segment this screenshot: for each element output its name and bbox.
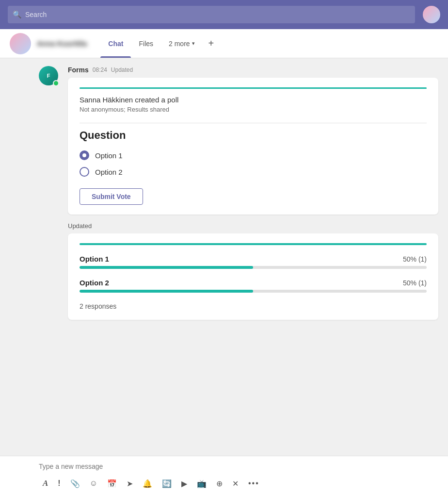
progress-track-2 (80, 290, 427, 293)
result-option-1-label: Option 1 (80, 255, 109, 263)
message-input[interactable] (39, 463, 438, 470)
conversation-name: Anna Kuurttila (37, 39, 87, 48)
video-button[interactable]: 📺 (193, 476, 210, 491)
message-input-row (0, 456, 448, 474)
ellipsis-icon: ••• (248, 479, 259, 488)
forms-bot-avatar: F (39, 66, 58, 85)
header-tabs-row: Anna Kuurttila Chat Files 2 more ▾ + (0, 29, 448, 58)
option-1-label: Option 1 (95, 151, 123, 160)
play-button[interactable]: ▶ (177, 476, 191, 491)
calendar-icon: 📅 (107, 479, 117, 488)
tab-chat[interactable]: Chat (100, 29, 131, 58)
refresh-button[interactable]: 🔄 (158, 476, 176, 491)
results-card: Option 1 50% (1) Option 2 50% (1) (68, 233, 438, 320)
responses-count: 2 responses (80, 302, 427, 310)
result-option-2-pct: 50% (1) (403, 279, 427, 287)
option-row-2[interactable]: Option 2 (80, 167, 427, 177)
add-tab-button[interactable]: + (203, 29, 220, 58)
search-input[interactable] (8, 6, 415, 23)
progress-fill-1 (80, 266, 253, 269)
toolbar-row: A ! 📎 ☺ 📅 ➤ 🔔 🔄 ▶ 📺 ⊕ (0, 474, 448, 496)
loop-icon: 🔔 (143, 479, 152, 488)
emoji-button[interactable]: ☺ (86, 476, 101, 491)
radio-option-1[interactable] (80, 150, 89, 160)
header-avatar (423, 6, 440, 23)
emoji-icon: ☺ (90, 479, 97, 488)
tab-more[interactable]: 2 more ▾ (161, 29, 203, 58)
app-name-label: Forms (68, 66, 89, 74)
online-badge (53, 80, 59, 86)
message-input-area: A ! 📎 ☺ 📅 ➤ 🔔 🔄 ▶ 📺 ⊕ (0, 456, 448, 496)
poll-settings-text: Not anonymous; Results shared (80, 106, 427, 113)
more-options-button[interactable]: ••• (244, 476, 263, 491)
poll-creator-text: Sanna Häkkinen created a poll (80, 96, 427, 104)
tabs-container: Chat Files 2 more ▾ + (100, 29, 220, 58)
screen-share-icon: ⊕ (216, 479, 223, 488)
result-option-2-label: Option 2 (80, 279, 109, 287)
video-icon: 📺 (197, 479, 207, 488)
chevron-down-icon: ▾ (192, 40, 195, 47)
close-icon: ✕ (232, 479, 239, 488)
result-row-1: Option 1 50% (1) (80, 255, 427, 269)
important-button[interactable]: ! (54, 476, 64, 491)
card-top-border (80, 87, 427, 89)
progress-fill-2 (80, 290, 253, 293)
conversation-avatar (10, 33, 31, 54)
loop-button[interactable]: 🔔 (139, 476, 156, 491)
results-section: Updated Option 1 50% (1) Option 2 (68, 222, 438, 320)
result-option-1-pct: 50% (1) (403, 255, 427, 263)
close-button[interactable]: ✕ (228, 476, 242, 491)
forms-avatar-wrapper: F (39, 66, 58, 85)
search-bar: 🔍 (0, 0, 448, 29)
updated-label: Updated (68, 222, 438, 230)
send-button[interactable]: ➤ (123, 476, 137, 491)
divider (80, 123, 427, 123)
message-time: 08:24 (93, 66, 107, 73)
poll-question: Question (80, 129, 427, 142)
radio-option-2[interactable] (80, 167, 89, 177)
play-icon: ▶ (181, 479, 187, 488)
format-text-button[interactable]: A (39, 476, 52, 491)
results-top-bar (80, 243, 427, 245)
search-icon: 🔍 (13, 10, 22, 19)
paperclip-icon: 📎 (70, 479, 80, 488)
option-row-1[interactable]: Option 1 (80, 150, 427, 160)
option-2-label: Option 2 (95, 168, 123, 176)
progress-track-1 (80, 266, 427, 269)
message-updated: Updated (111, 66, 133, 73)
send-icon: ➤ (127, 479, 133, 488)
result-row-2: Option 2 50% (1) (80, 279, 427, 293)
tab-files[interactable]: Files (131, 29, 161, 58)
attach-button[interactable]: 📎 (66, 476, 84, 491)
refresh-icon: 🔄 (162, 479, 172, 488)
message-meta-row: Forms 08:24 Updated (68, 66, 438, 74)
poll-message-section: F Forms 08:24 Updated Sanna Häkkinen cre… (39, 66, 438, 320)
poll-card: Sanna Häkkinen created a poll Not anonym… (68, 78, 438, 215)
submit-vote-button[interactable]: Submit Vote (80, 188, 143, 205)
main-content: F Forms 08:24 Updated Sanna Häkkinen cre… (0, 58, 448, 443)
screen-share-button[interactable]: ⊕ (212, 476, 226, 491)
schedule-button[interactable]: 📅 (103, 476, 121, 491)
